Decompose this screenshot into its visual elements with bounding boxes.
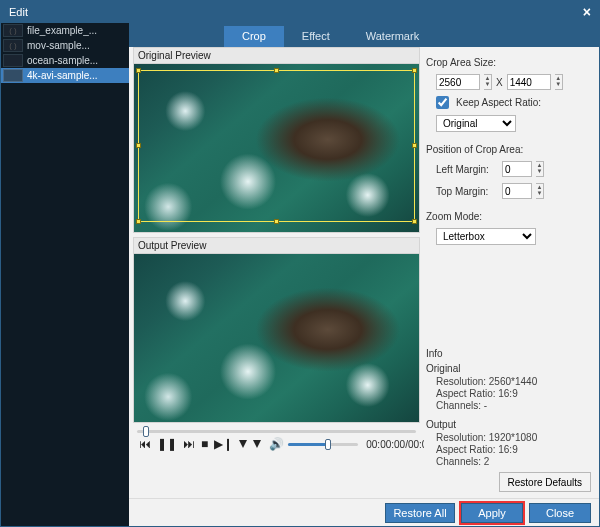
crop-settings-pane: Crop Area Size: ▲▼ X ▲▼ Keep Aspect Rati… (424, 47, 599, 498)
sidebar-item-label: ocean-sample... (27, 55, 98, 66)
output-preview (133, 253, 420, 423)
height-spinner[interactable]: ▲▼ (555, 74, 563, 90)
playback-controls: ⏮ ❚❚ ⏭ ■ ▶❙ (139, 437, 261, 451)
keep-aspect-label: Keep Aspect Ratio: (456, 97, 541, 108)
apply-button[interactable]: Apply (461, 503, 523, 523)
crop-handle[interactable] (274, 219, 279, 224)
seek-thumb[interactable] (143, 426, 149, 437)
crop-position-label: Position of Crop Area: (426, 144, 591, 155)
volume-thumb[interactable] (325, 439, 331, 450)
sidebar-item-label: file_example_... (27, 25, 97, 36)
thumbnail-icon (3, 54, 23, 67)
edit-window: Edit × ( ) file_example_... ( ) mov-samp… (0, 0, 600, 527)
x-separator: X (496, 77, 503, 88)
info-output-resolution: Resolution: 1920*1080 (426, 432, 591, 443)
crop-handle[interactable] (136, 143, 141, 148)
crop-handle[interactable] (274, 68, 279, 73)
window-title: Edit (9, 6, 583, 18)
crop-size-label: Crop Area Size: (426, 57, 591, 68)
top-margin-input[interactable] (502, 183, 532, 199)
info-original-resolution: Resolution: 2560*1440 (426, 376, 591, 387)
tab-watermark[interactable]: Watermark (348, 26, 437, 47)
crop-handle[interactable] (136, 68, 141, 73)
sidebar-item[interactable]: ( ) mov-sample... (1, 38, 129, 53)
restore-defaults-button[interactable]: Restore Defaults (499, 472, 591, 492)
crop-width-input[interactable] (436, 74, 480, 90)
sidebar-item-label: 4k-avi-sample... (27, 70, 98, 81)
titlebar: Edit × (1, 1, 599, 23)
info-original-channels: Channels: - (426, 400, 591, 411)
crop-handle[interactable] (412, 219, 417, 224)
crop-handle[interactable] (412, 143, 417, 148)
restore-all-button[interactable]: Restore All (385, 503, 455, 523)
info-output-aspect: Aspect Ratio: 16:9 (426, 444, 591, 455)
tabbar: Crop Effect Watermark (129, 23, 599, 47)
close-button[interactable]: Close (529, 503, 591, 523)
footer: Restore All Apply Close (129, 498, 599, 526)
aspect-ratio-select[interactable]: Original (436, 115, 516, 132)
info-label: Info (426, 348, 591, 359)
volume-icon[interactable]: 🔊 (269, 437, 284, 451)
keep-aspect-checkbox[interactable] (436, 96, 449, 109)
original-preview[interactable] (133, 63, 420, 233)
info-output-channels: Channels: 2 (426, 456, 591, 467)
seek-bar[interactable] (133, 423, 420, 437)
file-sidebar: ( ) file_example_... ( ) mov-sample... o… (1, 23, 129, 526)
crop-rectangle[interactable] (138, 70, 415, 222)
mark-out-icon[interactable] (253, 437, 261, 451)
info-output-label: Output (426, 419, 591, 430)
zoom-mode-label: Zoom Mode: (426, 211, 591, 222)
pause-button[interactable]: ❚❚ (157, 437, 177, 451)
info-original-label: Original (426, 363, 591, 374)
output-preview-label: Output Preview (133, 237, 420, 253)
crop-handle[interactable] (136, 219, 141, 224)
sidebar-item-label: mov-sample... (27, 40, 90, 51)
next-frame-button[interactable]: ⏭ (183, 437, 195, 451)
volume-control[interactable]: 🔊 (269, 437, 358, 451)
mark-in-icon[interactable] (239, 437, 247, 451)
close-icon[interactable]: × (583, 4, 591, 20)
crop-height-input[interactable] (507, 74, 551, 90)
left-margin-spinner[interactable]: ▲▼ (536, 161, 544, 177)
info-block: Info Original Resolution: 2560*1440 Aspe… (426, 344, 591, 468)
play-button[interactable]: ▶❙ (214, 437, 233, 451)
thumbnail-icon: ( ) (3, 39, 23, 52)
original-preview-label: Original Preview (133, 47, 420, 63)
info-original-aspect: Aspect Ratio: 16:9 (426, 388, 591, 399)
tab-effect[interactable]: Effect (284, 26, 348, 47)
stop-button[interactable]: ■ (201, 437, 208, 451)
crop-handle[interactable] (412, 68, 417, 73)
sidebar-item[interactable]: ( ) file_example_... (1, 23, 129, 38)
sidebar-item[interactable]: ocean-sample... (1, 53, 129, 68)
thumbnail-icon: ( ) (3, 24, 23, 37)
tab-crop[interactable]: Crop (224, 26, 284, 47)
top-margin-spinner[interactable]: ▲▼ (536, 183, 544, 199)
width-spinner[interactable]: ▲▼ (484, 74, 492, 90)
sidebar-item[interactable]: 4k-avi-sample... (1, 68, 129, 83)
left-margin-input[interactable] (502, 161, 532, 177)
thumbnail-icon (3, 69, 23, 82)
prev-frame-button[interactable]: ⏮ (139, 437, 151, 451)
top-margin-label: Top Margin: (436, 186, 498, 197)
zoom-mode-select[interactable]: Letterbox (436, 228, 536, 245)
left-margin-label: Left Margin: (436, 164, 498, 175)
